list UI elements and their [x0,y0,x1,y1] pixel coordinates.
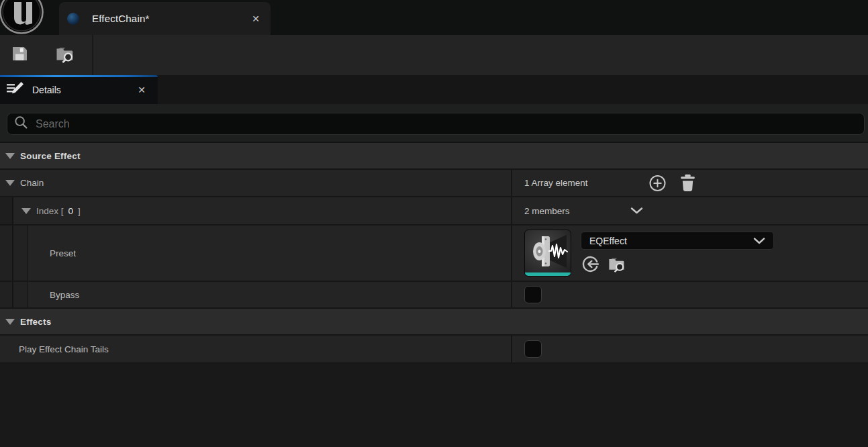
asset-ops-row [581,256,774,275]
toolbar-separator [92,35,93,75]
asset-tab-effectchain[interactable]: EffectChain* ✕ [59,2,271,35]
bypass-checkbox[interactable] [524,286,542,303]
unreal-editor-window: EffectChain* ✕ [0,0,868,447]
property-row-play-effect-chain-tails: Play Effect Chain Tails [0,336,868,364]
expander-triangle-icon[interactable] [21,208,31,214]
play-effect-chain-tails-checkbox[interactable] [524,340,542,358]
asset-toolbar [0,35,868,75]
details-tab-label: Details [32,85,61,95]
search-box[interactable] [7,113,865,135]
preset-asset-thumbnail[interactable] [524,230,571,277]
tab-details[interactable]: Details ✕ [0,75,158,104]
browse-folder-search-icon [55,45,75,66]
index-name-cell: Index [0] [0,197,512,224]
preset-value-cell: EQEffect [512,226,868,281]
play-tails-value-cell [512,336,868,362]
category-label: Source Effect [20,151,81,161]
preset-label: Preset [50,248,76,258]
indent-guide [0,226,13,281]
asset-tab-title: EffectChain* [92,13,150,24]
close-icon[interactable]: ✕ [138,85,146,95]
indent-guide [0,197,13,224]
indent-guide [13,226,28,281]
bypass-value-cell [512,282,868,307]
index-members-count: 2 members [524,206,570,216]
play-tails-name-cell: Play Effect Chain Tails [0,336,512,362]
preset-dropdown[interactable]: EQEffect [581,232,774,250]
preset-name-cell: Preset [0,226,512,281]
expander-triangle-icon[interactable] [5,153,15,159]
property-row-chain: Chain 1 Array element [0,170,868,197]
expander-triangle-icon[interactable] [5,180,15,186]
preset-dropdown-value: EQEffect [589,236,627,246]
asset-tab-bar: EffectChain* ✕ [0,0,868,35]
chain-array-count: 1 Array element [524,178,588,188]
browse-to-asset-button[interactable] [49,40,80,70]
save-button[interactable] [4,40,35,70]
thumbnail-accent-bar [525,272,571,276]
indent-guide [13,282,28,307]
chain-value-cell: 1 Array element [512,170,868,196]
effect-chain-asset-icon [67,13,79,25]
chain-name-cell: Chain [0,170,512,196]
search-icon [14,115,28,132]
property-row-bypass: Bypass [0,282,868,309]
search-input[interactable] [36,118,857,130]
category-effects[interactable]: Effects [0,309,868,336]
save-icon [11,45,28,65]
play-tails-label: Play Effect Chain Tails [19,344,109,354]
bypass-name-cell: Bypass [0,282,512,307]
chain-label: Chain [20,178,44,188]
panel-empty-area [0,364,868,447]
browse-to-asset-icon[interactable] [608,256,626,275]
unreal-engine-logo-icon[interactable] [0,0,44,35]
property-row-index-0: Index [0] 2 members [0,197,868,226]
details-pencil-icon [7,81,24,99]
chevron-down-icon [753,238,765,244]
use-selected-asset-icon[interactable] [582,256,599,275]
bypass-label: Bypass [50,290,79,300]
index-label: Index [0] [36,205,81,217]
details-search-row [0,104,868,143]
preset-controls: EQEffect [581,232,774,275]
index-value-cell: 2 members [512,197,868,224]
expander-triangle-icon[interactable] [5,319,15,325]
chevron-down-icon[interactable] [630,207,643,215]
close-icon[interactable]: ✕ [252,14,260,23]
category-label: Effects [20,317,51,327]
category-source-effect[interactable]: Source Effect [0,143,868,170]
add-array-element-button[interactable] [648,174,667,192]
indent-guide [0,282,13,307]
property-row-preset: Preset EQEffect [0,226,868,282]
panel-tab-well: Details ✕ [0,75,868,104]
delete-array-elements-button[interactable] [679,174,696,192]
